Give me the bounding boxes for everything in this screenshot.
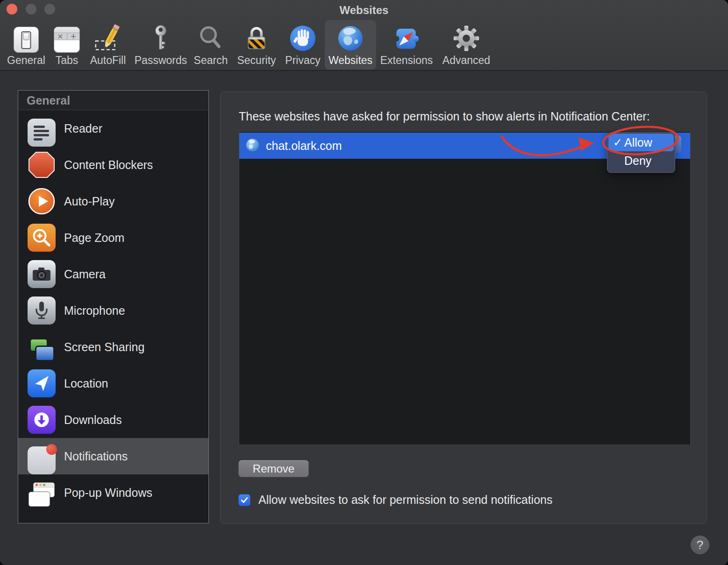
panel-heading: These websites have asked for permission… [239, 110, 650, 123]
help-button[interactable]: ? [691, 536, 709, 554]
toolbar-item-search[interactable]: Search [185, 20, 236, 70]
camera-icon [28, 260, 56, 288]
stop-octagon-icon [28, 151, 56, 179]
permission-menu: ✓ Allow Deny [607, 132, 675, 173]
magnifier-icon [196, 20, 225, 53]
sidebar-item-microphone[interactable]: Microphone [18, 292, 208, 329]
hand-privacy-icon [288, 20, 317, 53]
checkmark-icon [240, 495, 249, 505]
sidebar-header: General [18, 91, 208, 110]
titlebar-toolbar: Websites General Tabs [0, 0, 728, 71]
padlock-icon [243, 20, 271, 53]
key-icon [146, 20, 175, 53]
sidebar-item-pop-up-windows[interactable]: Pop-up Windows [18, 474, 208, 511]
microphone-icon [28, 297, 56, 325]
menu-item-deny[interactable]: Deny [608, 151, 674, 170]
location-arrow-icon [28, 369, 56, 397]
globe-icon [336, 20, 365, 53]
sidebar-item-screen-sharing[interactable]: Screen Sharing [18, 329, 208, 365]
sidebar-item-auto-play[interactable]: Auto-Play [18, 183, 208, 219]
toolbar-item-passwords[interactable]: Passwords [135, 20, 186, 70]
sidebar-item-location[interactable]: Location [18, 365, 208, 402]
toolbar-item-advanced[interactable]: Advanced [441, 20, 492, 70]
sidebar-item-notifications[interactable]: Notifications [18, 438, 208, 474]
play-circle-icon [28, 187, 56, 215]
toolbar-item-websites[interactable]: Websites [325, 20, 376, 70]
pencil-autofill-icon [93, 20, 122, 53]
sidebar-item-content-blockers[interactable]: Content Blockers [18, 147, 208, 183]
toolbar-item-extensions[interactable]: Extensions [381, 20, 432, 70]
menu-item-label: Deny [624, 154, 651, 168]
site-domain: chat.olark.com [266, 139, 342, 153]
sidebar-item-downloads[interactable]: Downloads [18, 402, 208, 438]
allow-notifications-checkbox-row: Allow websites to ask for permission to … [238, 493, 552, 507]
screen-sharing-icon [28, 337, 56, 365]
allow-notifications-checkbox[interactable] [238, 494, 250, 506]
zoom-magnifier-icon [28, 224, 56, 252]
toolbar-item-autofill[interactable]: AutoFill [82, 20, 134, 70]
reader-icon [28, 119, 56, 147]
sidebar-item-camera[interactable]: Camera [18, 256, 208, 292]
window-title: Websites [0, 4, 728, 17]
light-switch-icon [14, 20, 39, 53]
tabs-window-icon [54, 20, 80, 53]
puzzle-extensions-icon [393, 20, 421, 53]
checkbox-label: Allow websites to ask for permission to … [258, 493, 552, 507]
sidebar: General Reader Content Blockers [18, 90, 209, 523]
sidebar-item-reader[interactable]: Reader [18, 110, 208, 147]
popup-windows-icon [28, 482, 57, 511]
toolbar-item-privacy[interactable]: Privacy [277, 20, 328, 70]
notifications-icon [28, 446, 56, 474]
check-icon: ✓ [611, 136, 624, 149]
menu-item-label: Allow [624, 136, 652, 149]
downloads-icon [28, 406, 56, 434]
sidebar-item-page-zoom[interactable]: Page Zoom [18, 219, 208, 256]
websites-table[interactable]: chat.olark.com [239, 131, 691, 445]
menu-item-allow[interactable]: ✓ Allow [608, 134, 674, 151]
safari-preferences-window: Websites General Tabs [0, 0, 728, 565]
remove-button[interactable]: Remove [238, 460, 309, 477]
site-favicon-globe-icon [245, 138, 260, 154]
gear-icon [452, 20, 481, 53]
toolbar-item-security[interactable]: Security [231, 20, 282, 70]
